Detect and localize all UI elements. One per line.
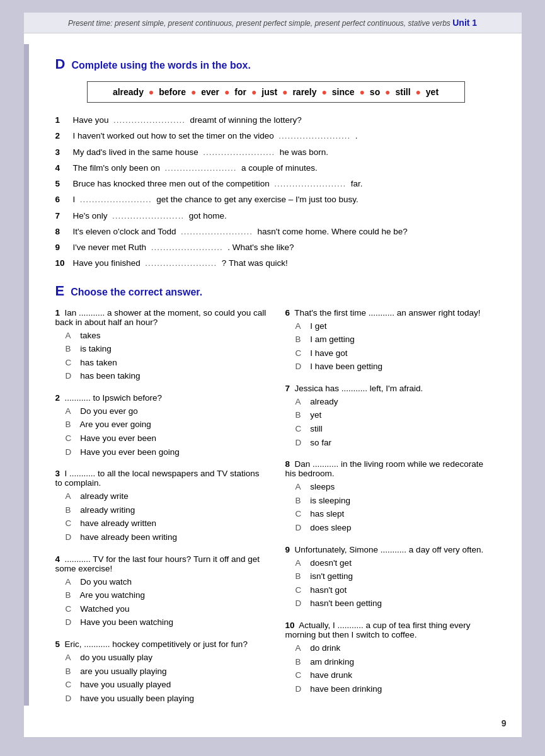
mc-options-3: A already write B already writing C have… — [55, 490, 267, 544]
word-yet: yet — [426, 87, 439, 97]
mc-options-2: A Do you ever go B Are you ever going C … — [55, 404, 267, 459]
fill-item-2: 2I haven't worked out how to set the tim… — [55, 130, 496, 142]
section-e-title: E Choose the correct answer. — [55, 283, 496, 299]
option-3b: B already writing — [66, 503, 267, 517]
option-9d: D hasn't been getting — [295, 597, 496, 610]
option-6d: D I have been getting — [295, 360, 496, 374]
option-8b: B is sleeping — [295, 494, 496, 508]
option-3c: C have already written — [66, 517, 267, 530]
fill-item-7: 7He's only ........................ got … — [55, 210, 496, 222]
option-4a: A Do you watch — [66, 575, 267, 589]
dot5: ● — [280, 87, 290, 97]
word-ever: ever — [201, 87, 219, 97]
dot1: ● — [146, 87, 156, 97]
mc-options-4: A Do you watch B Are you watching C Watc… — [55, 575, 267, 629]
option-10d: D have been drinking — [295, 682, 496, 696]
fill-list: 1Have you ........................ dream… — [55, 114, 496, 270]
option-2a: A Do you ever go — [66, 404, 267, 418]
fill-item-8: 8It's eleven o'clock and Todd ..........… — [55, 226, 496, 238]
mc-options-5: A do you usually play B are you usually … — [55, 651, 267, 705]
option-1d: D has been taking — [66, 369, 267, 383]
mc-item-6: 6 That's the first time ........... an a… — [285, 308, 496, 374]
left-accent — [24, 44, 29, 706]
word-since: since — [332, 87, 355, 97]
section-d-heading: Complete using the words in the box. — [71, 60, 250, 71]
option-10a: A do drink — [295, 641, 496, 655]
option-1c: C has taken — [66, 356, 267, 370]
dot6: ● — [319, 87, 330, 97]
option-1a: A takes — [66, 329, 267, 343]
mc-right-list: 6 That's the first time ........... an a… — [285, 308, 496, 696]
option-6b: B I am getting — [295, 333, 496, 346]
section-e-heading: Choose the correct answer. — [71, 287, 202, 298]
mc-options-8: A sleeps B is sleeping C has slept D doe… — [285, 480, 496, 534]
fill-item-9: 9I've never met Ruth ...................… — [55, 241, 496, 254]
option-8c: C has slept — [295, 507, 496, 521]
option-5b: B are you usually playing — [66, 665, 267, 679]
unit-label: Unit 1 — [452, 18, 477, 28]
mc-options-6: A I get B I am getting C I have got D I … — [285, 319, 496, 374]
content: D Complete using the words in the box. a… — [24, 33, 522, 728]
option-4b: B Are you watching — [66, 588, 267, 602]
option-7a: A already — [295, 395, 496, 409]
option-5c: C have you usually played — [66, 678, 267, 692]
option-7d: D so far — [295, 436, 496, 450]
dot7: ● — [357, 87, 367, 97]
mc-options-9: A doesn't get B isn't getting C hasn't g… — [285, 556, 496, 610]
word-box: already ● before ● ever ● for ● just ● r… — [87, 81, 465, 103]
option-9c: C hasn't got — [295, 583, 496, 597]
mc-item-9: 9 Unfortunately, Simone ........... a da… — [285, 545, 496, 610]
option-4c: C Watched you — [66, 602, 267, 616]
option-5d: D have you usually been playing — [66, 692, 267, 706]
option-1b: B is taking — [66, 342, 267, 356]
fill-item-4: 4The film's only been on ...............… — [55, 162, 496, 175]
option-3d: D have already been writing — [66, 530, 267, 544]
section-e-letter: E — [55, 283, 65, 299]
mc-left-col: 1 Ian ........... a shower at the moment… — [55, 308, 267, 716]
option-5a: A do you usually play — [66, 651, 267, 665]
word-rarely: rarely — [292, 87, 316, 97]
mc-columns: 1 Ian ........... a shower at the moment… — [55, 308, 496, 716]
dot4: ● — [249, 87, 259, 97]
fill-item-10: 10Have you finished ....................… — [55, 257, 496, 270]
mc-options-1: A takes B is taking C has taken D has be… — [55, 329, 267, 383]
word-just: just — [261, 87, 277, 97]
mc-item-8: 8 Dan ........... in the living room whi… — [285, 459, 496, 534]
mc-item-10: 10 Actually, I ........... a cup of tea … — [285, 621, 496, 696]
mc-right-col: 6 That's the first time ........... an a… — [285, 308, 496, 716]
option-9a: A doesn't get — [295, 556, 496, 570]
section-e-content: 1 Ian ........... a shower at the moment… — [55, 308, 496, 716]
option-8d: D does sleep — [295, 521, 496, 535]
mc-left-list: 1 Ian ........... a shower at the moment… — [55, 308, 267, 706]
dot9: ● — [413, 87, 423, 97]
word-already: already — [113, 87, 144, 97]
fill-item-1: 1Have you ........................ dream… — [55, 114, 496, 127]
option-2b: B Are you ever going — [66, 418, 267, 432]
mc-item-3: 3 I ........... to all the local newspap… — [55, 469, 267, 544]
page: Present time: present simple, present co… — [24, 13, 522, 737]
dot8: ● — [382, 87, 393, 97]
word-so: so — [370, 87, 380, 97]
option-10b: B am drinking — [295, 655, 496, 669]
option-8a: A sleeps — [295, 480, 496, 494]
option-4d: D Have you been watching — [66, 616, 267, 629]
mc-item-1: 1 Ian ........... a shower at the moment… — [55, 308, 267, 383]
mc-item-2: 2 ........... to Ipswich before? A Do yo… — [55, 393, 267, 459]
mc-options-7: A already B yet C still D so far — [285, 395, 496, 449]
mc-item-7: 7 Jessica has ........... left, I'm afra… — [285, 384, 496, 449]
option-2d: D Have you ever been going — [66, 445, 267, 459]
dot3: ● — [222, 87, 232, 97]
word-for: for — [234, 87, 246, 97]
header-text: Present time: present simple, present co… — [68, 19, 450, 28]
fill-item-6: 6I ........................ get the chan… — [55, 193, 496, 206]
word-still: still — [395, 87, 410, 97]
fill-item-3: 3My dad's lived in the same house ......… — [55, 146, 496, 159]
option-7c: C still — [295, 422, 496, 436]
option-3a: A already write — [66, 490, 267, 503]
option-6a: A I get — [295, 319, 496, 333]
option-7b: B yet — [295, 408, 496, 422]
mc-item-5: 5 Eric, ........... hockey competitively… — [55, 639, 267, 705]
option-6c: C I have got — [295, 346, 496, 360]
option-10c: C have drunk — [295, 668, 496, 682]
fill-item-5: 5Bruce has knocked three men out of the … — [55, 178, 496, 190]
